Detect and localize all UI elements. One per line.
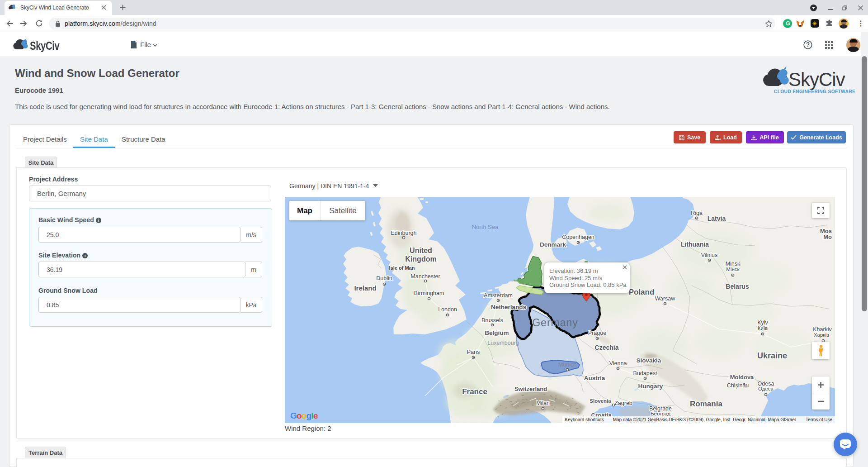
svg-text:Kharkiv: Kharkiv	[813, 326, 832, 333]
svg-text:Київ: Київ	[758, 325, 768, 331]
svg-text:Netherlands: Netherlands	[491, 304, 526, 310]
svg-text:SkyCiv: SkyCiv	[788, 69, 845, 90]
svg-text:Manchester: Manchester	[410, 273, 440, 280]
svg-text:Denmark: Denmark	[540, 241, 566, 248]
svg-text:Slovenia: Slovenia	[590, 398, 611, 404]
svg-text:Germany: Germany	[532, 317, 578, 329]
svg-text:Poland: Poland	[629, 288, 655, 296]
svg-text:Moldova: Moldova	[730, 374, 754, 381]
svg-text:United: United	[410, 247, 432, 254]
svg-text:Харків: Харків	[814, 332, 829, 338]
svg-text:Zagreb: Zagreb	[614, 400, 632, 406]
svg-text:Kyiv: Kyiv	[757, 319, 768, 326]
svg-text:Brussels: Brussels	[481, 317, 503, 324]
svg-text:Copenhagen: Copenhagen	[562, 234, 594, 240]
svg-text:Minsk: Minsk	[726, 261, 741, 267]
svg-text:London: London	[438, 306, 457, 313]
svg-text:Мінск: Мінск	[726, 267, 740, 272]
svg-text:Ukraine: Ukraine	[757, 351, 787, 360]
svg-text:Munich: Munich	[558, 362, 576, 368]
svg-text:Edinburgh: Edinburgh	[391, 230, 417, 236]
svg-text:Switzerland: Switzerland	[514, 386, 547, 392]
svg-text:Paris: Paris	[467, 349, 480, 355]
svg-text:Belarus: Belarus	[726, 283, 749, 290]
svg-text:Isle of Man: Isle of Man	[389, 265, 415, 271]
svg-text:France: France	[462, 387, 487, 396]
svg-text:CLOUD ENGINEERING SOFTWARE: CLOUD ENGINEERING SOFTWARE	[774, 89, 855, 94]
svg-text:Prague: Prague	[588, 330, 606, 336]
svg-text:Vienna: Vienna	[609, 360, 627, 367]
svg-text:Belgium: Belgium	[485, 329, 509, 336]
svg-text:Vilnius: Vilnius	[701, 252, 718, 258]
svg-text:Budapest: Budapest	[633, 370, 657, 376]
svg-text:Kingdom: Kingdom	[405, 255, 436, 263]
svg-text:Amsterdam: Amsterdam	[484, 292, 513, 299]
svg-text:Czechia: Czechia	[595, 344, 619, 351]
svg-text:Београд: Београд	[651, 411, 670, 416]
svg-text:Luxembourg: Luxembourg	[487, 340, 519, 346]
svg-text:Austria: Austria	[584, 375, 605, 381]
svg-text:Mo: Mo	[823, 234, 832, 240]
svg-text:North Sea: North Sea	[472, 224, 499, 230]
svg-text:Milan: Milan	[536, 400, 550, 406]
svg-text:Hungary: Hungary	[638, 383, 663, 390]
svg-text:Slovakia: Slovakia	[637, 357, 661, 364]
svg-text:Latvia: Latvia	[708, 215, 726, 222]
svg-text:Warsaw: Warsaw	[655, 295, 676, 302]
svg-text:Romania: Romania	[690, 400, 722, 408]
svg-text:Birmingham: Birmingham	[414, 290, 444, 296]
svg-text:Dublin: Dublin	[376, 275, 392, 281]
svg-text:Одеса: Одеса	[758, 386, 774, 391]
svg-text:Ireland: Ireland	[354, 284, 376, 292]
svg-text:Riga: Riga	[691, 210, 703, 216]
svg-text:Lithuania: Lithuania	[681, 241, 709, 248]
